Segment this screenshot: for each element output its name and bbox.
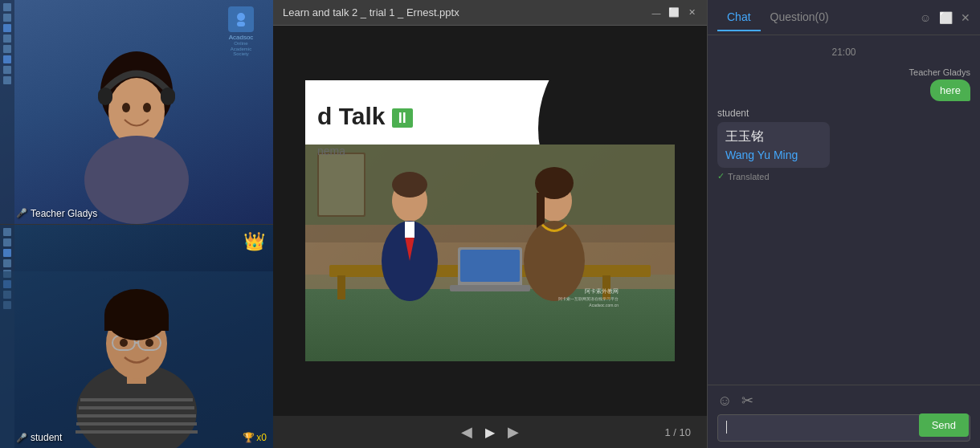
slide-page-counter: 1 / 10 (664, 426, 691, 438)
svg-point-8 (122, 103, 130, 112)
svg-point-20 (145, 339, 153, 347)
crown-icon: 👑 (243, 231, 265, 252)
translated-label: Translated (728, 172, 770, 181)
teacher-sender-name: Teacher Gladys (909, 67, 970, 77)
translated-badge: ✓ Translated (717, 171, 970, 181)
svg-point-9 (143, 103, 151, 112)
teacher-name-label: 🎤 Teacher Gladys (16, 208, 97, 219)
svg-rect-32 (405, 222, 414, 238)
scissors-icon[interactable]: ✂ (741, 392, 753, 409)
chat-input-toolbar: ☺ ✂ (717, 392, 970, 409)
svg-text:阿卡索—互联网英语在线学习平台: 阿卡索—互联网英语在线学习平台 (558, 296, 619, 301)
trophy-count: 🏆 x0 (243, 432, 267, 443)
send-button[interactable]: Send (919, 413, 969, 437)
svg-point-3 (108, 78, 165, 145)
chat-input-area: ☺ ✂ Send (708, 385, 980, 448)
close-button[interactable]: ✕ (686, 7, 697, 18)
close-chat-icon[interactable]: ✕ (961, 11, 970, 24)
acadsoc-logo-icon (232, 10, 250, 28)
svg-point-36 (524, 221, 585, 301)
student-chinese-text: 王玉铭 (725, 128, 822, 145)
svg-rect-18 (104, 315, 169, 331)
window-title: Learn and talk 2 _ trial 1 _ Ernest.pptx (283, 6, 459, 18)
slide-subtitle: nema (317, 145, 345, 157)
left-panel: Acadsoc Online Academic Society (0, 0, 273, 448)
main-content: Learn and talk 2 _ trial 1 _ Ernest.pptx… (273, 0, 707, 448)
minimize-button[interactable]: — (651, 7, 662, 18)
svg-rect-39 (450, 285, 530, 291)
svg-point-7 (84, 136, 189, 224)
svg-point-19 (120, 339, 128, 347)
emoji-icon[interactable]: ☺ (717, 393, 732, 409)
smiley-header-icon[interactable]: ☺ (920, 11, 931, 24)
svg-point-29 (392, 172, 427, 198)
restore-button[interactable]: ⬜ (668, 7, 680, 18)
teacher-message-text: here (930, 79, 970, 101)
svg-point-0 (237, 13, 245, 21)
teacher-mic-icon: 🎤 (16, 208, 27, 218)
text-cursor (726, 421, 727, 434)
play-button[interactable]: ▶ (479, 422, 501, 443)
check-icon: ✓ (717, 171, 725, 181)
slide-controls-wrapper: ◀ ▶ ▶ 1 / 10 (273, 420, 707, 444)
student-video-feed: 👑 (0, 225, 273, 449)
svg-rect-24 (319, 154, 364, 215)
svg-text:阿卡索外教网: 阿卡索外教网 (585, 288, 619, 294)
teacher-message-bubble: Teacher Gladys here (717, 67, 970, 101)
slide-container: d Talk II nema (305, 80, 675, 361)
acadsoc-name: Acadsoc (227, 34, 255, 41)
expand-icon[interactable]: ⬜ (939, 11, 953, 24)
slide-title: d Talk II (317, 103, 413, 130)
student-section-label: student (717, 108, 970, 119)
slide-scene-svg: 阿卡索外教网 阿卡索—互联网英语在线学习平台 Acadsoc.com.cn (305, 145, 675, 361)
tab-question[interactable]: Question(0) (761, 4, 839, 31)
student-english-text: Wang Yu Ming (725, 149, 822, 161)
chat-messages-area: 21:00 Teacher Gladys here student 王玉铭 Wa… (708, 35, 980, 385)
right-panel: Chat Question(0) ☺ ⬜ ✕ 21:00 Teacher Gla… (707, 0, 980, 448)
svg-rect-38 (460, 250, 520, 282)
slide-controls: ◀ ▶ ▶ 1 / 10 (273, 416, 707, 448)
next-slide-button[interactable]: ▶ (501, 420, 525, 444)
chat-timestamp: 21:00 (717, 47, 970, 58)
svg-rect-26 (337, 275, 345, 299)
svg-rect-4 (98, 88, 112, 105)
teacher-video-feed: Acadsoc Online Academic Society (0, 0, 273, 225)
window-controls: — ⬜ ✕ (651, 7, 697, 18)
slide-badge: II (392, 108, 413, 128)
tab-chat[interactable]: Chat (717, 4, 761, 31)
student-message-block: 王玉铭 Wang Yu Ming (717, 122, 830, 168)
svg-rect-5 (161, 88, 175, 105)
svg-text:Acadsoc.com.cn: Acadsoc.com.cn (589, 303, 619, 307)
student-person-svg (0, 271, 273, 448)
chat-header-icons: ☺ ⬜ ✕ (920, 11, 970, 24)
chat-header: Chat Question(0) ☺ ⬜ ✕ (708, 0, 980, 35)
slide-area: d Talk II nema (273, 26, 707, 416)
prev-slide-button[interactable]: ◀ (455, 420, 479, 444)
trophy-icon: 🏆 (243, 432, 255, 443)
teacher-person-svg (0, 47, 273, 224)
student-message-section: student 王玉铭 Wang Yu Ming ✓ Translated (717, 108, 970, 181)
student-name-label: 🎤 student (16, 432, 62, 443)
slide-scene: 阿卡索外教网 阿卡索—互联网英语在线学习平台 Acadsoc.com.cn (305, 145, 675, 361)
title-bar: Learn and talk 2 _ trial 1 _ Ernest.pptx… (273, 0, 707, 26)
student-mic-icon: 🎤 (16, 433, 27, 443)
svg-rect-1 (237, 22, 245, 26)
